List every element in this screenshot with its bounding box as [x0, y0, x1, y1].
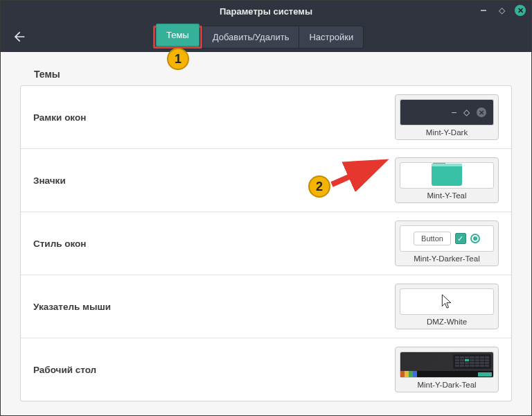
window-title: Параметры системы — [220, 6, 312, 17]
label-controls: Стиль окон — [33, 239, 87, 249]
preview-controls: Button ✓ — [400, 225, 494, 252]
label-cursor: Указатель мыши — [33, 302, 111, 312]
radio-icon — [470, 234, 480, 243]
sample-button: Button — [414, 232, 451, 245]
annotation-arrow-icon — [328, 157, 390, 191]
themes-panel: Рамки окон – ◇ ✕ Mint-Y-Dark Значки M — [20, 85, 512, 401]
folder-icon — [432, 165, 462, 186]
label-window-borders: Рамки окон — [33, 112, 86, 123]
window: Параметры системы – ◇ ✕ Темы Добавить/Уд… — [0, 0, 532, 416]
arrow-left-icon — [12, 30, 26, 44]
preview-window-borders: – ◇ ✕ — [400, 99, 494, 125]
annotation-badge-1: 1 — [167, 48, 189, 70]
selector-controls[interactable]: Button ✓ Mint-Y-Darker-Teal — [395, 220, 499, 266]
maximize-button[interactable]: ◇ — [497, 6, 506, 15]
value-desktop: Mint-Y-Dark-Teal — [417, 381, 476, 389]
close-icon: ✕ — [477, 107, 486, 117]
label-desktop: Рабочий стол — [33, 365, 96, 375]
close-button[interactable]: ✕ — [515, 5, 526, 16]
tab-settings[interactable]: Настройки — [299, 26, 364, 49]
section-title: Темы — [34, 69, 512, 80]
calendar-icon — [453, 354, 491, 369]
selector-icons[interactable]: Mint-Y-Teal — [395, 157, 499, 203]
row-window-borders: Рамки окон – ◇ ✕ Mint-Y-Dark — [21, 86, 511, 148]
checkbox-icon: ✓ — [455, 233, 466, 244]
selector-window-borders[interactable]: – ◇ ✕ Mint-Y-Dark — [395, 94, 499, 140]
back-button[interactable] — [9, 27, 28, 46]
tab-add-remove[interactable]: Добавить/Удалить — [202, 26, 300, 49]
row-cursor: Указатель мыши DMZ-White — [21, 275, 511, 338]
row-icons: Значки Mint-Y-Teal — [21, 148, 511, 211]
toolbar: Темы Добавить/Удалить Настройки — [1, 21, 531, 52]
content: Темы Рамки окон – ◇ ✕ Mint-Y-Dark Значки — [1, 52, 531, 414]
selector-desktop[interactable]: Mint-Y-Dark-Teal — [395, 347, 499, 392]
row-controls: Стиль окон Button ✓ Mint-Y-Darker-Teal — [21, 211, 511, 275]
label-icons: Значки — [33, 175, 66, 186]
tab-group: Темы Добавить/Удалить Настройки — [153, 26, 364, 49]
annotation-highlight-themes-tab: Темы — [153, 26, 202, 49]
minimize-icon: – — [452, 107, 456, 117]
preview-cursor — [400, 288, 494, 315]
annotation-badge-2: 2 — [308, 175, 330, 198]
maximize-icon: ◇ — [463, 107, 470, 117]
value-cursor: DMZ-White — [427, 318, 467, 326]
tab-themes[interactable]: Темы — [156, 24, 200, 46]
minimize-button[interactable]: – — [479, 6, 488, 15]
row-desktop: Рабочий стол Mint-Y-Dark-Teal — [21, 338, 511, 401]
svg-line-0 — [332, 164, 379, 184]
wm-buttons: – ◇ ✕ — [479, 5, 526, 16]
preview-icons — [400, 162, 494, 189]
preview-desktop — [400, 352, 494, 378]
value-window-borders: Mint-Y-Dark — [426, 128, 468, 137]
titlebar: Параметры системы – ◇ ✕ — [1, 1, 531, 21]
selector-cursor[interactable]: DMZ-White — [395, 284, 499, 329]
value-controls: Mint-Y-Darker-Teal — [414, 254, 479, 263]
cursor-icon — [440, 293, 454, 310]
taskbar-icon — [400, 371, 493, 377]
value-icons: Mint-Y-Teal — [427, 191, 466, 200]
